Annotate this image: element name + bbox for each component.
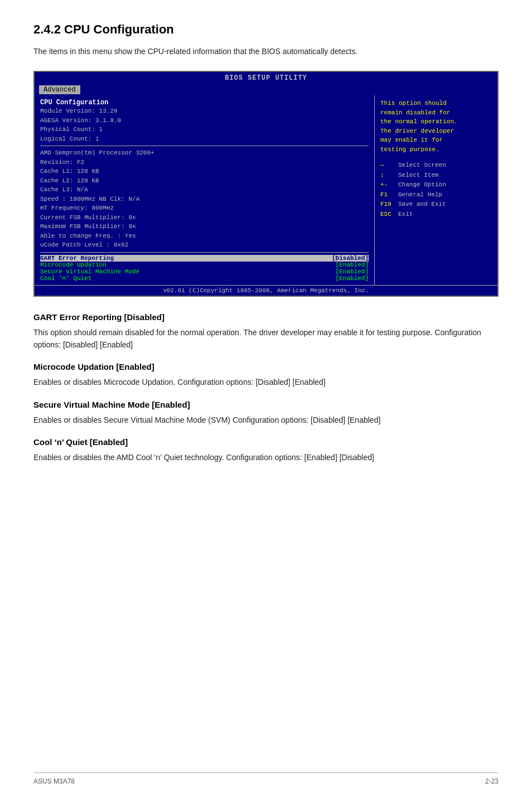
bios-content: CPU Configuration Module Version: 13.29A… [35,95,497,285]
bios-key-row: +-Change Option [380,180,492,190]
section-heading: GART Error Reporting [Disabled] [33,312,499,322]
bios-help-line: remain disabled for [380,108,492,118]
bios-tab-advanced: Advanced [39,85,80,94]
bios-item-value: [Disabled] [332,255,369,262]
section-heading: Cool ‘n’ Quiet [Enabled] [33,437,499,447]
section-heading: Microcode Updation [Enabled] [33,362,499,371]
bios-info-line: Logical Count: 1 [40,134,369,144]
bios-help-text: This option shouldremain disabled forthe… [380,99,492,154]
bios-info-line: AGESA Version: 3.1.8.0 [40,116,369,125]
bios-tab-bar: Advanced [35,84,497,95]
bios-item-label: Microcode Updation [40,262,107,268]
section-body: Enables or disables the AMD Cool ‘n’ Qui… [33,451,499,463]
bios-info-line: Physical Count: 1 [40,125,369,134]
page-title: 2.4.2 CPU Configuration [33,22,499,37]
intro-text: The items in this menu show the CPU-rela… [33,46,499,57]
bios-item-label: Cool 'n' Quiet [40,275,91,282]
page-footer: ASUS M3A78 2-23 [33,772,499,785]
bios-help-line: testing purpose. [380,145,492,154]
section-body: This option should remain disabled for t… [33,326,499,351]
bios-cpu-line: Revision: F2 [40,158,369,167]
bios-item-value: [Enabled] [336,262,369,268]
bios-cpu-line: Current FSB Multiplier: 9x [40,213,369,223]
footer-left: ASUS M3A78 [33,777,75,785]
bios-key-row: ↕Select Item [380,171,492,181]
bios-key-row: ESCExit [380,210,492,220]
bios-cpu-line: Speed : 1800MHz NB Clk: N/A [40,195,369,204]
bios-item-row: Secure Virtual Machine Mode[Enabled] [40,268,369,275]
bios-footer: v02.61 (C)Copyright 1985-2008, American … [35,285,497,296]
section-body: Enables or disables Secure Virtual Machi… [33,414,499,426]
bios-item-row: GART Error Reporting[Disabled] [40,255,369,262]
bios-item-value: [Enabled] [336,268,369,275]
bios-right-panel: This option shouldremain disabled forthe… [375,95,497,285]
bios-cpu-lines: AMD Sempron(tm) Processor 3200+Revision:… [40,148,369,250]
bios-cpu-line: uCode Patch Level : 0x62 [40,240,369,250]
bios-item-label: GART Error Reporting [40,255,114,262]
bios-help-line: This option should [380,99,492,108]
bios-cpu-line: AMD Sempron(tm) Processor 3200+ [40,148,369,158]
bios-screenshot: BIOS SETUP UTILITY Advanced CPU Configur… [33,71,499,297]
bios-item-label: Secure Virtual Machine Mode [40,268,139,275]
bios-divider-1 [40,146,369,146]
bios-items: GART Error Reporting[Disabled]Microcode … [40,255,369,282]
section-body: Enables or disables Microcode Updation. … [33,376,499,388]
bios-cpu-line: Cache L1: 128 KB [40,167,369,176]
bios-help-line: may enable it for [380,136,492,145]
bios-key-row: F10Save and Exit [380,200,492,210]
bios-cpu-line: Cache L3: N/A [40,185,369,195]
bios-item-row: Cool 'n' Quiet[Enabled] [40,275,369,282]
bios-help-line: the normal operation. [380,117,492,127]
bios-title: BIOS SETUP UTILITY [35,72,497,84]
bios-cpu-line: Able to change Freq. : Yes [40,231,369,241]
bios-cpu-line: HT Frequency: 800MHz [40,204,369,213]
bios-section-title: CPU Configuration [40,99,369,107]
section-heading: Secure Virtual Machine Mode [Enabled] [33,400,499,409]
bios-key-row: ↔Select Screen [380,161,492,171]
bios-item-row: Microcode Updation[Enabled] [40,262,369,268]
bios-key-row: F1General Help [380,190,492,200]
footer-right: 2-23 [485,777,499,785]
bios-key-help: ↔Select Screen↕Select Item+-Change Optio… [380,161,492,220]
bios-item-value: [Enabled] [336,275,369,282]
bios-info-line: Module Version: 13.29 [40,107,369,116]
bios-cpu-line: Maximum FSB Multiplier: 9x [40,222,369,231]
bios-info-lines: Module Version: 13.29AGESA Version: 3.1.… [40,107,369,143]
sections-container: GART Error Reporting [Disabled]This opti… [33,312,499,464]
bios-left-panel: CPU Configuration Module Version: 13.29A… [35,95,375,285]
bios-help-line: The driver developer [380,127,492,136]
bios-divider-2 [40,252,369,253]
bios-cpu-line: Cache L2: 128 KB [40,176,369,186]
